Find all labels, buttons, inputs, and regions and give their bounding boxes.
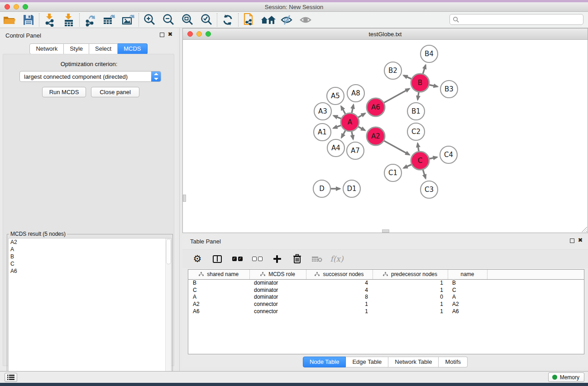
graph-edge[interactable]: [430, 157, 437, 159]
select-all-button[interactable]: ✓✓: [230, 252, 244, 266]
graph-edge[interactable]: [404, 76, 411, 79]
tab-motifs[interactable]: Motifs: [439, 357, 468, 367]
mcds-result-item[interactable]: A: [9, 246, 171, 253]
graph-edge[interactable]: [423, 170, 425, 178]
graph-edge[interactable]: [358, 114, 365, 118]
graph-node-C1[interactable]: C1: [384, 164, 402, 181]
close-table-panel-icon[interactable]: ✖: [577, 238, 583, 243]
float-panel-icon[interactable]: [160, 33, 164, 37]
graph-node-A3[interactable]: A3: [314, 103, 331, 120]
tab-network[interactable]: Network: [29, 43, 64, 54]
zoom-out-button[interactable]: [159, 12, 178, 28]
panel-splitter[interactable]: [179, 28, 180, 371]
graph-node-C3[interactable]: C3: [421, 181, 438, 198]
mcds-result-item[interactable]: A6: [9, 267, 171, 275]
view-bottom-handle[interactable]: [382, 229, 389, 233]
graph-node-A6[interactable]: A6: [367, 98, 385, 116]
graph-edge[interactable]: [384, 89, 409, 103]
table-settings-button[interactable]: ⚙: [191, 252, 204, 266]
export-image-button[interactable]: [119, 12, 138, 28]
open-file-button[interactable]: [0, 12, 19, 28]
col-mcds-role[interactable]: MCDS role: [249, 270, 306, 279]
col-shared-name[interactable]: shared name: [188, 270, 249, 279]
close-panel-icon[interactable]: ✖: [167, 32, 173, 38]
result-scrollbar[interactable]: [165, 238, 171, 385]
mcds-result-item[interactable]: C: [9, 260, 171, 267]
table-row[interactable]: Bdominator41B: [188, 279, 584, 286]
graph-edge[interactable]: [352, 105, 354, 113]
delete-row-button[interactable]: [290, 252, 304, 266]
graph-node-B1[interactable]: B1: [407, 103, 425, 120]
search-input[interactable]: [459, 16, 583, 23]
graph-node-A4[interactable]: A4: [327, 139, 344, 157]
show-graphics-details-button[interactable]: [296, 12, 316, 28]
graph-node-B[interactable]: B: [411, 74, 429, 92]
save-session-button[interactable]: [19, 12, 38, 28]
run-mcds-button[interactable]: Run MCDS: [42, 87, 86, 97]
graph-edge[interactable]: [334, 116, 341, 119]
view-resize-grip[interactable]: [582, 227, 587, 232]
graph-node-C4[interactable]: C4: [440, 146, 457, 163]
table-row[interactable]: A2connector11A2: [188, 300, 584, 308]
zoom-in-button[interactable]: [140, 12, 159, 28]
hide-graphics-details-button[interactable]: [277, 12, 296, 28]
export-table-button[interactable]: [100, 12, 119, 28]
graph-node-C[interactable]: C: [411, 152, 429, 170]
graph-node-A[interactable]: A: [341, 113, 359, 131]
graph-node-A8[interactable]: A8: [347, 85, 364, 102]
apply-layout-button[interactable]: [218, 12, 237, 28]
criterion-select[interactable]: largest connected component (directed): [19, 71, 161, 82]
tab-mcds[interactable]: MCDS: [118, 43, 147, 54]
delete-table-button[interactable]: [310, 252, 324, 266]
graph-node-C2[interactable]: C2: [407, 123, 425, 140]
graph-edge[interactable]: [341, 106, 345, 114]
mcds-result-item[interactable]: B: [9, 253, 171, 260]
zoom-selected-button[interactable]: [197, 12, 216, 28]
graph-node-B2[interactable]: B2: [384, 62, 402, 79]
import-network-button[interactable]: [40, 12, 59, 28]
graph-node-D[interactable]: D: [313, 180, 330, 197]
col-predecessor-nodes[interactable]: predecessor nodes: [373, 270, 448, 279]
graph-node-B4[interactable]: B4: [421, 45, 438, 62]
fit-content-button[interactable]: [178, 12, 197, 28]
deselect-all-button[interactable]: [250, 252, 264, 266]
function-builder-button[interactable]: f(x): [330, 252, 344, 266]
add-row-button[interactable]: [270, 252, 284, 266]
graph-edge[interactable]: [418, 143, 419, 151]
graph-edge[interactable]: [341, 130, 345, 138]
memory-button[interactable]: Memory: [548, 372, 584, 382]
graph-edge[interactable]: [352, 132, 353, 139]
graph-node-A5[interactable]: A5: [327, 87, 344, 105]
view-left-handle[interactable]: [183, 195, 186, 202]
table-row[interactable]: A6connector11A6: [188, 308, 584, 315]
graph-edge[interactable]: [418, 92, 419, 100]
network-from-selection-button[interactable]: [239, 12, 258, 28]
graph-node-B3[interactable]: B3: [440, 81, 458, 98]
graph-node-D1[interactable]: D1: [343, 180, 360, 197]
graph-edge[interactable]: [384, 141, 409, 155]
table-row[interactable]: Adominator80A: [188, 293, 584, 300]
graph-edge[interactable]: [333, 125, 341, 128]
show-tasks-button[interactable]: [5, 373, 17, 382]
graph-edge[interactable]: [404, 165, 411, 168]
import-table-button[interactable]: [59, 12, 78, 28]
graph-node-A2[interactable]: A2: [367, 127, 385, 145]
graph-node-A1[interactable]: A1: [314, 124, 331, 141]
col-successor-nodes[interactable]: successor nodes: [306, 270, 373, 279]
graph-edge[interactable]: [358, 127, 365, 130]
graph-edge[interactable]: [430, 85, 438, 86]
close-panel-button[interactable]: Close panel: [91, 87, 139, 97]
col-name[interactable]: name: [448, 270, 487, 279]
tab-style[interactable]: Style: [64, 43, 89, 54]
mcds-result-item[interactable]: A2: [9, 238, 171, 246]
tab-network-table[interactable]: Network Table: [388, 357, 439, 367]
float-table-panel-icon[interactable]: [570, 238, 574, 243]
scrollbar-thumb[interactable]: [166, 239, 171, 264]
tab-select[interactable]: Select: [89, 43, 118, 54]
graph-node-A7[interactable]: A7: [347, 142, 364, 159]
column-manager-button[interactable]: [210, 252, 224, 266]
show-network-home-button[interactable]: [258, 12, 277, 28]
export-network-button[interactable]: [81, 12, 100, 28]
table-row[interactable]: Cdominator41C: [188, 286, 584, 294]
graph-edge[interactable]: [423, 65, 425, 74]
